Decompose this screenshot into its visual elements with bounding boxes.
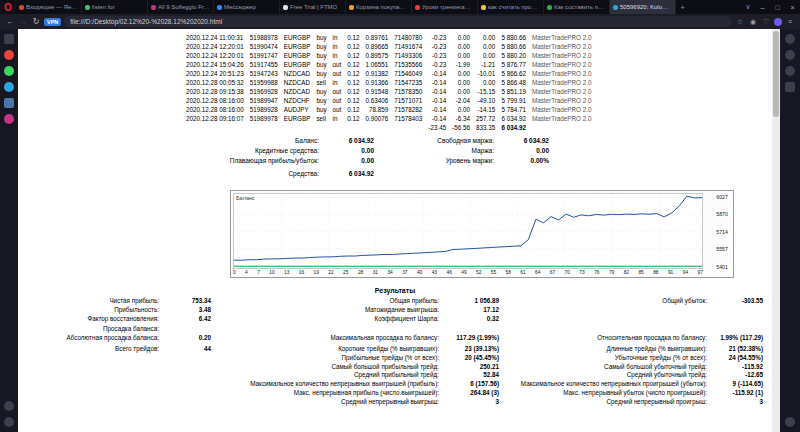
trade-symbol: EURGBP bbox=[281, 60, 314, 69]
tab-favicon-icon bbox=[151, 5, 156, 10]
x-tick-label: 97 bbox=[697, 270, 702, 275]
trade-price: 0.91382 bbox=[363, 69, 392, 78]
speed-dial-icon[interactable] bbox=[4, 34, 14, 44]
url-input[interactable]: file:///D:/Desktop/02.12%20-%2028.12%202… bbox=[64, 16, 732, 27]
trade-ticket: 51947243 bbox=[247, 69, 281, 78]
x-tick-label: 37 bbox=[402, 270, 407, 275]
trade-direction: out bbox=[330, 105, 345, 114]
summary-value: 6 034.92 bbox=[323, 135, 378, 145]
browser-tab[interactable]: Как составить п… bbox=[544, 0, 610, 14]
trade-commission: -0.23 bbox=[425, 42, 449, 51]
main-area: 2020.12.24 11:00:31 51988978 EURGBP buy … bbox=[0, 29, 800, 432]
instagram-icon[interactable] bbox=[4, 114, 14, 124]
telegram-icon[interactable] bbox=[4, 82, 14, 92]
trade-symbol: NZDCAD bbox=[281, 69, 314, 78]
trade-symbol: NZDCHF bbox=[281, 96, 314, 105]
result-label: Убыточные трейды (% от всех): bbox=[502, 354, 710, 363]
whatsapp-icon[interactable] bbox=[4, 66, 14, 76]
trade-direction: in bbox=[330, 78, 345, 87]
result-label: Самый большой прибыльный трейд: bbox=[214, 363, 442, 372]
trade-commission: -0.14 bbox=[425, 105, 449, 114]
bell-icon[interactable] bbox=[785, 34, 795, 44]
trade-price: 0.89575 bbox=[363, 51, 392, 60]
forward-icon[interactable]: → bbox=[18, 18, 28, 26]
result-label: Абсолютная просадка баланса: bbox=[24, 334, 162, 343]
close-button[interactable]: × bbox=[785, 0, 800, 14]
trade-ticket: 51989978 bbox=[247, 114, 281, 123]
trade-type: buy bbox=[313, 96, 329, 105]
reload-icon[interactable]: ↻ bbox=[31, 18, 41, 26]
snapshot-icon[interactable]: ◉ bbox=[748, 18, 758, 25]
tab-title: listen for bbox=[92, 4, 115, 10]
flow-heart-icon[interactable]: ♡ bbox=[761, 18, 771, 25]
browser-tab[interactable]: Месседжер bbox=[214, 0, 280, 14]
tab-list: Входящие — Ян… listen for All 9 Solfeggi… bbox=[16, 0, 676, 14]
trade-size: 0.12 bbox=[344, 87, 362, 96]
new-tab-button[interactable]: + bbox=[676, 0, 689, 14]
result-value: -115.92 (1) bbox=[710, 389, 766, 398]
maximize-button[interactable]: □ bbox=[770, 0, 785, 14]
minimize-button[interactable]: – bbox=[755, 0, 770, 14]
trade-balance: 5 784.71 bbox=[498, 105, 529, 114]
trade-order: 71578350 bbox=[391, 87, 425, 96]
result-value bbox=[162, 389, 214, 398]
trade-type: buy bbox=[313, 60, 329, 69]
back-icon[interactable]: ← bbox=[5, 18, 15, 26]
opera-menu-button[interactable]: O bbox=[0, 0, 16, 14]
summary-row: Плавающая прибыль/убыток: 0.00 Уровень м… bbox=[203, 155, 553, 165]
settings-gear-icon[interactable] bbox=[4, 417, 14, 427]
summary-label: Средства: bbox=[203, 168, 323, 178]
history-icon[interactable] bbox=[4, 401, 14, 411]
mail-icon[interactable] bbox=[4, 50, 14, 60]
bookmark-star-icon[interactable]: ☆ bbox=[735, 18, 745, 25]
tab-title: Free Trial | FTMO bbox=[290, 4, 337, 10]
trade-symbol: EURGBP bbox=[281, 42, 314, 51]
result-value bbox=[710, 315, 766, 324]
sidebar-setup-icon[interactable] bbox=[785, 417, 795, 427]
x-tick-label: 19 bbox=[314, 270, 319, 275]
result-value: 24 (54.55%) bbox=[710, 354, 766, 363]
vk-icon[interactable] bbox=[4, 98, 14, 108]
summary-value: 6 034.92 bbox=[498, 135, 553, 145]
browser-tab[interactable]: Корзина покупа… bbox=[346, 0, 412, 14]
trade-price: 0.91366 bbox=[363, 78, 392, 87]
trade-profit: 0.00 bbox=[473, 42, 498, 51]
result-label: Средний убыточный трейд: bbox=[502, 371, 710, 380]
trade-time: 2020.12.24 12:20:01 bbox=[183, 51, 247, 60]
browser-tab[interactable]: listen for bbox=[82, 0, 148, 14]
result-value: 250.21 bbox=[442, 363, 502, 372]
browser-tab[interactable]: Free Trial | FTMO bbox=[280, 0, 346, 14]
trade-row: 2020.12.28 09:15:38 51969928 NZDCAD buy … bbox=[183, 87, 595, 96]
tab-search-icon[interactable]: ∨ bbox=[741, 0, 755, 14]
result-label: Относительная просадка по балансу: bbox=[502, 334, 710, 343]
tab-title: Уроки тренинга… bbox=[422, 4, 471, 10]
browser-tab[interactable]: как считать про… bbox=[478, 0, 544, 14]
pinboard-icon[interactable] bbox=[785, 82, 795, 92]
trade-row: 2020.12.24 12:20:01 51991747 EURGBP buy … bbox=[183, 51, 595, 60]
trade-balance: 5 866.62 bbox=[498, 69, 529, 78]
x-tick-label: 94 bbox=[683, 270, 688, 275]
x-tick-label: 7 bbox=[257, 270, 260, 275]
x-tick-label: 79 bbox=[609, 270, 614, 275]
browser-tab[interactable]: 50596920; Kolom… bbox=[610, 0, 676, 14]
trade-symbol: EURGBP bbox=[281, 114, 314, 123]
browser-tab[interactable]: Входящие — Ян… bbox=[16, 0, 82, 14]
vpn-badge[interactable]: VPN bbox=[44, 18, 61, 26]
profile-avatar[interactable] bbox=[774, 18, 782, 26]
page-scrollbar[interactable] bbox=[772, 29, 780, 432]
bookmarks-icon[interactable] bbox=[785, 50, 795, 60]
tab-favicon-icon bbox=[547, 5, 552, 10]
scrollbar-thumb[interactable] bbox=[773, 31, 779, 117]
easy-setup-icon[interactable]: ≡ bbox=[785, 18, 795, 25]
result-row: Средний прибыльный трейд: 52.84 Средний … bbox=[24, 371, 766, 380]
result-value: 3 bbox=[710, 398, 766, 407]
trade-price: 1.06551 bbox=[363, 60, 392, 69]
browser-tab[interactable]: All 9 Solfeggio Fr… bbox=[148, 0, 214, 14]
trade-type: sell bbox=[313, 78, 329, 87]
result-value: -303.55 bbox=[710, 297, 766, 306]
tab-title: Входящие — Ян… bbox=[26, 4, 77, 10]
browser-tab[interactable]: Уроки тренинга… bbox=[412, 0, 478, 14]
player-icon[interactable] bbox=[785, 66, 795, 76]
trade-direction: in bbox=[330, 114, 345, 123]
total-swap: -56.56 bbox=[449, 123, 473, 132]
